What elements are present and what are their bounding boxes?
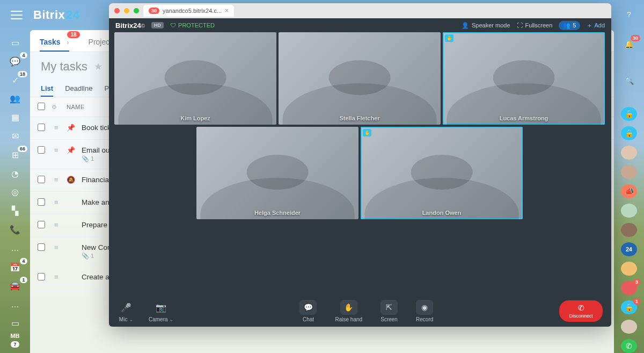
drag-handle-icon[interactable]: ≡ (52, 146, 61, 154)
drag-handle-icon[interactable]: ≡ (52, 198, 61, 206)
row-icon: 📌 (67, 146, 76, 154)
select-all-checkbox[interactable] (38, 103, 45, 110)
drag-handle-icon[interactable]: ≡ (52, 273, 61, 281)
drag-handle-icon[interactable]: ≡ (52, 124, 61, 132)
fullscreen-button[interactable]: ⛶ Fullscreen (517, 22, 553, 28)
drag-handle-icon[interactable]: ≡ (52, 176, 61, 184)
speaker-mode-button[interactable]: 👤 Speaker mode (462, 22, 510, 29)
fullscreen-label: Fullscreen (525, 22, 553, 28)
contact-avatar-4[interactable] (621, 223, 637, 237)
row-checkbox[interactable] (38, 146, 45, 154)
left-rail-item-11[interactable]: … (7, 242, 23, 255)
contact-avatar-7[interactable] (621, 320, 637, 334)
screen-share-button[interactable]: ⇱Screen (380, 300, 398, 322)
video-controls: 🎤Mic ⌄ 📷Camera ⌄ 💬Chat ✋Raise hand ⇱Scre… (109, 296, 611, 327)
video-tile[interactable]: Helga Schneider (196, 127, 358, 219)
camera-button[interactable]: 📷Camera ⌄ (149, 300, 173, 322)
left-rail-item-5[interactable]: ✉ (7, 130, 23, 142)
participant-name: Lucas Armstrong (500, 115, 548, 121)
left-rail-item-7[interactable]: ◔ (7, 168, 23, 180)
left-rail-item-10[interactable]: 📞 (7, 224, 23, 236)
lock-icon-1[interactable]: 🔒 (621, 107, 637, 121)
menu-toggle[interactable] (11, 11, 23, 19)
hand-icon: ✋ (340, 300, 357, 315)
view-tab-list[interactable]: List (41, 81, 53, 97)
megaphone-icon[interactable]: 📣 (621, 184, 637, 198)
left-rail-item-8[interactable]: ◎ (7, 186, 23, 199)
lock-icon-2[interactable]: 🔒 (621, 126, 637, 140)
browser-tab[interactable]: 30 yanandco5.bitrix24.c... × (143, 5, 234, 17)
contact-avatar-1[interactable] (621, 146, 637, 160)
left-rail-item-0[interactable]: ▭ (7, 37, 23, 49)
left-nav-rail: ▭💬4✓18👥▦✉⊞66◔◎▚📞…📅4🚘1…▭MB7 (0, 30, 30, 353)
left-rail-item-2[interactable]: ✓18 (7, 74, 23, 87)
chat-button[interactable]: 💬Chat (299, 300, 317, 322)
mic-button[interactable]: 🎤Mic ⌄ (118, 300, 135, 322)
traffic-min-icon[interactable] (124, 8, 129, 13)
help-icon[interactable]: ? (621, 8, 637, 21)
drag-handle-icon[interactable]: ≡ (52, 221, 61, 229)
left-rail-item-1[interactable]: 💬4 (7, 55, 23, 68)
video-tile[interactable]: Landon Owen✋ (361, 127, 523, 219)
contact-avatar-2[interactable] (621, 165, 637, 179)
view-tab-deadline[interactable]: Deadline (65, 81, 92, 97)
tab-tasks[interactable]: Tasks 18 › (30, 30, 79, 52)
participant-pill[interactable]: 👥 5 (559, 21, 580, 30)
left-rail-item-12[interactable]: 📅4 (7, 261, 23, 273)
protected-label: PROTECTED (178, 22, 215, 28)
row-checkbox[interactable] (38, 176, 45, 183)
call-button[interactable]: ✆ (621, 339, 637, 353)
row-checkbox[interactable] (38, 243, 45, 251)
row-checkbox[interactable] (38, 273, 45, 280)
mic-icon: 🎤 (118, 300, 135, 315)
search-icon[interactable]: 🔍 (621, 74, 637, 88)
tab-tasks-badge: 18 (67, 31, 79, 38)
video-tile[interactable]: Stella Fletcher (279, 32, 441, 125)
participant-count: 5 (573, 22, 576, 28)
contact-avatar-5[interactable] (621, 262, 637, 276)
left-rail-bottom[interactable]: MB7 (10, 333, 19, 348)
left-rail-item-15[interactable]: ▭ (7, 317, 23, 329)
left-rail-item-6[interactable]: ⊞66 (7, 149, 23, 161)
left-rail-item-4[interactable]: ▦ (7, 111, 23, 124)
add-participant-button[interactable]: ＋ Add (587, 21, 605, 30)
drag-handle-icon[interactable]: ≡ (52, 243, 61, 251)
tab-notification-count: 30 (149, 8, 159, 14)
video-grid: Kim LopezStella FletcherLucas Armstrong✋… (109, 32, 611, 296)
record-button[interactable]: ◉Record (416, 300, 433, 322)
tab-tasks-label: Tasks (40, 38, 61, 46)
participant-name: Stella Fletcher (339, 115, 379, 121)
lock-icon-3[interactable]: 🔒 (621, 300, 637, 314)
gear-icon[interactable]: ⚙ (52, 104, 67, 111)
speaker-mode-label: Speaker mode (472, 22, 510, 28)
page-title: My tasks (41, 60, 87, 74)
traffic-max-icon[interactable] (134, 8, 139, 13)
bell-icon[interactable]: 🔔 (621, 37, 637, 51)
rail-counter: 18 (18, 71, 27, 77)
left-rail-item-14[interactable]: … (7, 298, 23, 311)
row-checkbox[interactable] (38, 221, 45, 228)
video-header: Bitrix24© HD 🛡 PROTECTED 👤 Speaker mode … (109, 18, 611, 32)
column-name-header[interactable]: NAME (67, 104, 85, 110)
raised-hand-indicator: ✋ (363, 129, 371, 136)
left-rail-item-3[interactable]: 👥 (7, 92, 23, 105)
phone-icon: ✆ (578, 304, 584, 312)
favorite-star-icon[interactable]: ★ (94, 61, 103, 73)
protected-badge: 🛡 PROTECTED (170, 22, 215, 28)
traffic-close-icon[interactable] (114, 8, 120, 13)
close-tab-icon[interactable]: × (225, 7, 229, 15)
contact-avatar-3[interactable] (621, 204, 637, 218)
disconnect-button[interactable]: ✆Disconnect (559, 300, 603, 322)
b24-icon[interactable]: 24 (621, 242, 637, 256)
chevron-right-icon: › (67, 39, 69, 46)
left-rail-item-13[interactable]: 🚘1 (7, 280, 23, 292)
row-checkbox[interactable] (38, 124, 45, 131)
video-tile[interactable]: Lucas Armstrong✋ (443, 32, 605, 125)
left-rail-item-9[interactable]: ▚ (7, 205, 23, 217)
row-checkbox[interactable] (38, 198, 45, 206)
video-brand: Bitrix24© (115, 21, 145, 30)
contact-avatar-6[interactable] (621, 281, 637, 295)
record-icon: ◉ (416, 300, 433, 315)
raise-hand-button[interactable]: ✋Raise hand (335, 300, 362, 322)
video-tile[interactable]: Kim Lopez (114, 32, 276, 125)
